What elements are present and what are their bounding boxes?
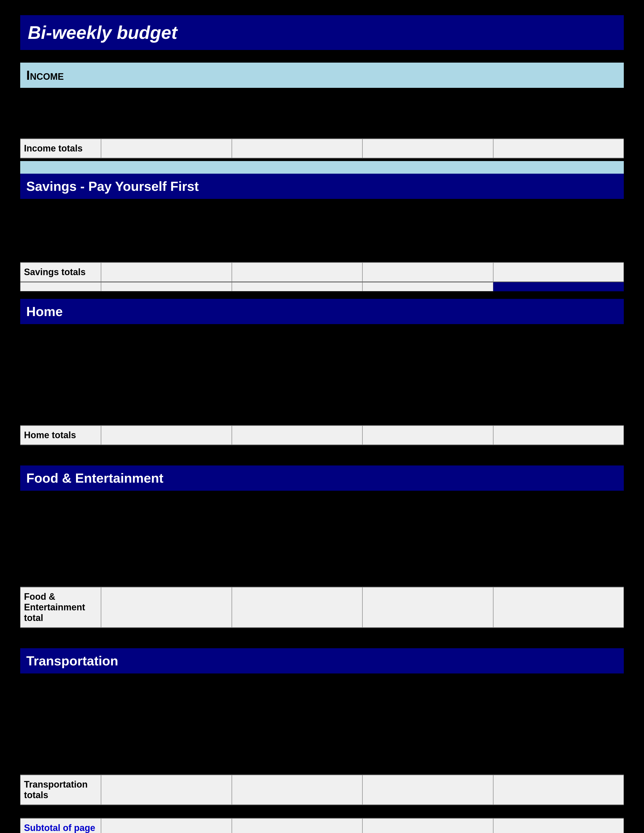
savings-title: Savings - Pay Yourself First xyxy=(26,179,199,194)
transportation-totals-cell-2[interactable] xyxy=(232,775,363,805)
food-totals-cell-4[interactable] xyxy=(493,587,624,627)
savings-header: Savings - Pay Yourself First xyxy=(20,174,624,199)
home-section: Home Home totals xyxy=(20,299,624,445)
home-totals-cell-1[interactable] xyxy=(101,426,232,445)
savings-totals-cell-4[interactable] xyxy=(493,262,624,282)
subtotal-cell-3[interactable] xyxy=(362,819,493,833)
food-title: Food & Entertainment xyxy=(26,471,163,486)
subtotal-cell-2[interactable] xyxy=(232,819,363,833)
spacer-cell-2 xyxy=(101,282,232,291)
transportation-title: Transportation xyxy=(26,653,118,668)
income-section: Income Income totals xyxy=(20,63,624,159)
spacer-cell-4 xyxy=(362,282,493,291)
subtotal-row: Subtotal of page 1: xyxy=(20,818,624,833)
savings-totals-cell-1[interactable] xyxy=(101,262,232,282)
transportation-header: Transportation xyxy=(20,648,624,674)
income-totals-cell-2[interactable] xyxy=(232,139,363,158)
food-data-rows xyxy=(20,491,624,587)
income-totals-row: Income totals xyxy=(20,138,624,159)
savings-totals-row: Savings totals xyxy=(20,262,624,282)
food-totals-cell-1[interactable] xyxy=(101,587,232,627)
transportation-totals-row: Transportation totals xyxy=(20,774,624,805)
savings-totals-cell-3[interactable] xyxy=(362,262,493,282)
home-data-rows xyxy=(20,324,624,425)
page-title: Bi-weekly budget xyxy=(28,23,177,43)
title-bar: Bi-weekly budget xyxy=(20,15,624,50)
food-totals-row: Food & Entertainment total xyxy=(20,587,624,628)
home-totals-cell-2[interactable] xyxy=(232,426,363,445)
income-header: Income xyxy=(20,63,624,88)
transportation-totals-cell-3[interactable] xyxy=(362,775,493,805)
savings-spacer-row xyxy=(20,282,624,291)
income-totals-cell-1[interactable] xyxy=(101,139,232,158)
food-header: Food & Entertainment xyxy=(20,465,624,491)
income-totals-cell-4[interactable] xyxy=(493,139,624,158)
subtotal-cell-4[interactable] xyxy=(493,819,624,833)
home-header: Home xyxy=(20,299,624,324)
food-totals-cell-3[interactable] xyxy=(362,587,493,627)
transportation-totals-cell-1[interactable] xyxy=(101,775,232,805)
transportation-section: Transportation Transportation totals xyxy=(20,648,624,805)
spacer-cell-1 xyxy=(20,282,101,291)
transportation-data-rows xyxy=(20,674,624,774)
food-totals-cell-2[interactable] xyxy=(232,587,363,627)
subtotal-cell-1[interactable] xyxy=(101,819,232,833)
income-totals-cell-3[interactable] xyxy=(362,139,493,158)
spacer-3 xyxy=(20,813,624,818)
transportation-totals-label: Transportation totals xyxy=(20,775,101,805)
spacer-2 xyxy=(20,635,624,648)
spacer-cell-3 xyxy=(232,282,363,291)
home-totals-cell-4[interactable] xyxy=(493,426,624,445)
home-totals-cell-3[interactable] xyxy=(362,426,493,445)
savings-totals-cell-2[interactable] xyxy=(232,262,363,282)
income-totals-label: Income totals xyxy=(20,139,101,158)
savings-divider xyxy=(20,161,624,174)
savings-section: Savings - Pay Yourself First Savings tot… xyxy=(20,174,624,291)
income-title: Income xyxy=(26,68,64,82)
spacer-cell-5 xyxy=(493,282,624,291)
subtotal-label: Subtotal of page 1: xyxy=(20,819,101,833)
savings-data-rows xyxy=(20,199,624,262)
home-title: Home xyxy=(26,304,63,319)
spacer-1 xyxy=(20,453,624,465)
home-totals-row: Home totals xyxy=(20,425,624,445)
page-container: Bi-weekly budget Income Income totals Sa… xyxy=(20,15,624,833)
transportation-totals-cell-4[interactable] xyxy=(493,775,624,805)
food-totals-label: Food & Entertainment total xyxy=(20,587,101,627)
savings-totals-label: Savings totals xyxy=(20,262,101,282)
income-data-rows xyxy=(20,88,624,138)
food-section: Food & Entertainment Food & Entertainmen… xyxy=(20,465,624,628)
home-totals-label: Home totals xyxy=(20,426,101,445)
